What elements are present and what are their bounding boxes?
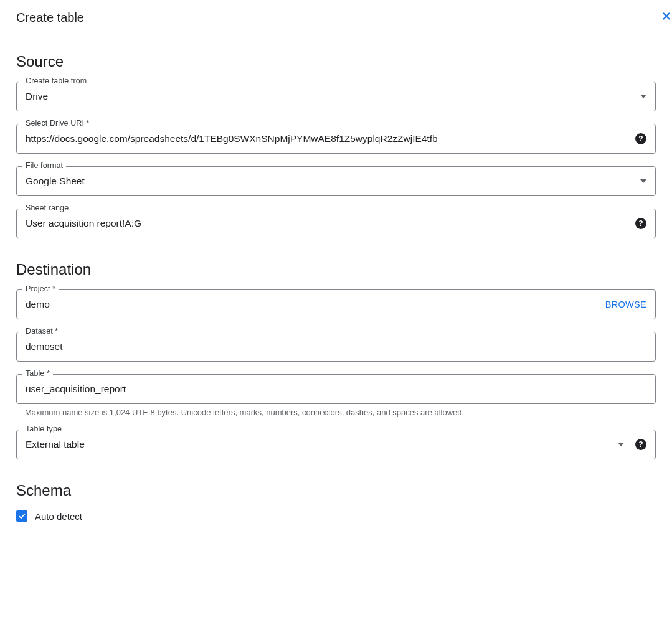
chevron-down-icon (640, 179, 646, 183)
field-label: Table type (22, 425, 65, 433)
help-icon[interactable]: ? (635, 133, 646, 144)
sheet-range-field: Sheet range ? (16, 209, 656, 238)
drive-uri-field: Select Drive URI * ? (16, 124, 656, 154)
table-type-select[interactable]: External table (26, 439, 624, 450)
section-heading-source: Source (16, 53, 656, 70)
section-heading-destination: Destination (16, 261, 656, 278)
chevron-down-icon (618, 443, 624, 446)
dataset-input-wrap: Dataset * (16, 332, 656, 362)
autodetect-label: Auto detect (35, 511, 82, 522)
checkmark-icon (17, 512, 26, 520)
field-label: Select Drive URI * (22, 119, 93, 128)
drive-uri-input[interactable] (26, 133, 630, 144)
drive-uri-input-wrap: Select Drive URI * ? (16, 124, 656, 154)
table-name-field: Table * Maximum name size is 1,024 UTF-8… (16, 374, 656, 417)
table-type-field: Table type External table ? (16, 430, 656, 459)
table-name-input[interactable] (26, 383, 646, 395)
field-label: Create table from (22, 77, 90, 85)
panel-content: Source Create table from Drive Select Dr… (0, 35, 672, 532)
field-label: File format (22, 161, 66, 170)
section-heading-schema: Schema (16, 482, 656, 499)
panel-header: Create table (0, 0, 672, 35)
create-table-from-select[interactable]: Create table from Drive (16, 82, 656, 111)
field-value: External table (26, 439, 613, 450)
field-label: Sheet range (22, 204, 72, 212)
table-type-row: Table type External table ? (16, 430, 656, 459)
dataset-input[interactable] (26, 341, 646, 352)
create-table-panel: Create table Source Create table from Dr… (0, 0, 672, 620)
field-label: Table * (22, 369, 53, 378)
dataset-field: Dataset * (16, 332, 656, 362)
table-name-helper: Maximum name size is 1,024 UTF-8 bytes. … (16, 408, 656, 417)
project-input-wrap: Project * BROWSE (16, 289, 656, 319)
field-label: Dataset * (22, 327, 61, 336)
field-value: Google Sheet (26, 176, 635, 187)
help-icon[interactable]: ? (635, 439, 646, 450)
sheet-range-input[interactable] (26, 218, 630, 229)
table-name-input-wrap: Table * (16, 374, 656, 404)
close-icon[interactable] (661, 9, 672, 26)
browse-button[interactable]: BROWSE (605, 299, 646, 309)
autodetect-checkbox[interactable] (16, 510, 27, 522)
file-format-field: File format Google Sheet (16, 166, 656, 196)
create-table-from-field: Create table from Drive (16, 82, 656, 111)
sheet-range-input-wrap: Sheet range ? (16, 209, 656, 238)
help-icon[interactable]: ? (635, 218, 646, 229)
panel-title: Create table (16, 11, 84, 25)
field-value: Drive (26, 91, 635, 102)
chevron-down-icon (640, 95, 646, 98)
autodetect-row: Auto detect (16, 510, 656, 522)
project-input[interactable] (26, 299, 600, 310)
field-label: Project * (22, 284, 59, 293)
project-field: Project * BROWSE (16, 289, 656, 319)
file-format-select[interactable]: File format Google Sheet (16, 166, 656, 196)
